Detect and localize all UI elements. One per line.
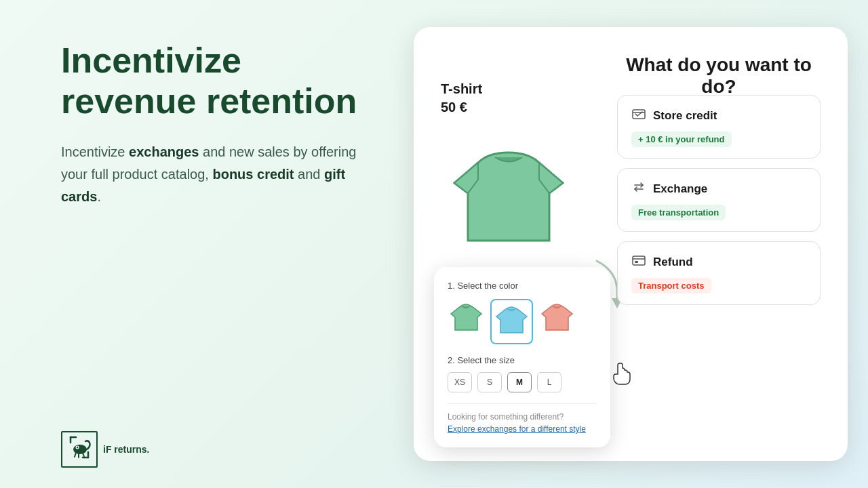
main-title: Incentivize revenue retention bbox=[61, 41, 373, 122]
options-container: Store credit + 10 € in your refund Excha… bbox=[617, 95, 821, 305]
panel-title: What do you want to do? bbox=[617, 54, 821, 98]
cursor-pointer bbox=[610, 362, 635, 386]
product-price: 50 € bbox=[441, 100, 576, 115]
refund-badge: Transport costs bbox=[631, 278, 711, 293]
color-options bbox=[448, 299, 597, 344]
select-color-label: 1. Select the color bbox=[448, 281, 597, 291]
exchange-header: Exchange bbox=[631, 180, 806, 198]
svg-rect-5 bbox=[633, 256, 645, 265]
left-section: Incentivize revenue retention Incentiviz… bbox=[61, 41, 373, 208]
size-s[interactable]: S bbox=[477, 372, 502, 392]
exchange-subcard: 1. Select the color 2. Select the size bbox=[434, 267, 610, 447]
explore-section: Looking for something different? Explore… bbox=[448, 403, 597, 434]
store-credit-option[interactable]: Store credit + 10 € in your refund bbox=[617, 95, 821, 159]
main-card: T-shirt 50 € What do you want to do? bbox=[414, 27, 848, 461]
color-pink[interactable] bbox=[538, 299, 576, 336]
subtitle: Incentivize exchanges and new sales by o… bbox=[61, 141, 373, 208]
refund-label: Refund bbox=[653, 256, 693, 269]
explore-link[interactable]: Explore exchanges for a different style bbox=[448, 424, 597, 434]
store-credit-header: Store credit bbox=[631, 106, 806, 125]
product-name: T-shirt bbox=[441, 81, 576, 97]
refund-option[interactable]: Refund Transport costs bbox=[617, 241, 821, 305]
svg-point-2 bbox=[77, 447, 78, 448]
refund-icon bbox=[631, 253, 646, 271]
size-options: XS S M L bbox=[448, 372, 597, 392]
logo-icon bbox=[61, 431, 98, 468]
color-green[interactable] bbox=[448, 299, 485, 336]
exchange-option[interactable]: Exchange Free transportation bbox=[617, 168, 821, 232]
store-credit-icon bbox=[631, 106, 646, 125]
select-size-label: 2. Select the size bbox=[448, 355, 597, 365]
size-l[interactable]: L bbox=[537, 372, 561, 392]
tshirt-area: T-shirt 50 € bbox=[441, 81, 576, 267]
exchange-badge: Free transportation bbox=[631, 205, 726, 220]
tshirt-image bbox=[441, 129, 576, 264]
color-blue[interactable] bbox=[493, 302, 530, 339]
logo-text: iF returns. bbox=[103, 444, 149, 455]
explore-hint: Looking for something different? bbox=[448, 412, 597, 422]
store-credit-badge: + 10 € in your refund bbox=[631, 131, 732, 147]
size-m[interactable]: M bbox=[507, 372, 532, 392]
color-blue-wrapper[interactable] bbox=[490, 299, 533, 344]
refund-header: Refund bbox=[631, 253, 806, 271]
store-credit-label: Store credit bbox=[653, 109, 717, 123]
logo: iF returns. bbox=[61, 431, 149, 468]
svg-rect-6 bbox=[635, 261, 638, 263]
exchange-icon bbox=[631, 180, 646, 198]
size-xs[interactable]: XS bbox=[448, 372, 472, 392]
exchange-label: Exchange bbox=[653, 182, 707, 196]
